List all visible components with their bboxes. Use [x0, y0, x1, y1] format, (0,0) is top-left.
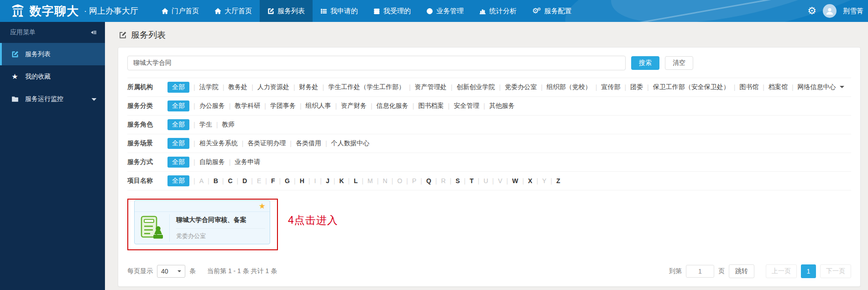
nav-item-label: 我受理的: [383, 7, 411, 16]
clear-button[interactable]: 清空: [665, 56, 693, 70]
nav-item-label: 服务配置: [544, 7, 571, 16]
filter-option[interactable]: 资产管理处: [415, 83, 447, 91]
filter-option[interactable]: 党委办公室: [505, 83, 537, 91]
filter-option[interactable]: 人力资源处: [257, 83, 289, 91]
separator: |: [294, 177, 296, 185]
gear-icon[interactable]: ⚙: [807, 6, 816, 16]
page-unit-label: 页: [718, 267, 725, 275]
filter-option[interactable]: 教师: [222, 121, 235, 129]
filter-option[interactable]: 安全管理: [454, 102, 479, 110]
filter-option: U: [483, 177, 488, 185]
filter-option[interactable]: 创新创业学院: [456, 83, 495, 91]
filter-option[interactable]: T: [470, 177, 474, 185]
nav-item-my-accepted[interactable]: 我受理的: [366, 0, 418, 22]
current-page-button[interactable]: 1: [801, 264, 816, 278]
filter-option[interactable]: 其他服务: [489, 102, 515, 110]
search-button[interactable]: 搜索: [631, 56, 659, 70]
filter-all-button[interactable]: 全部: [167, 119, 189, 130]
filter-option[interactable]: L: [354, 177, 358, 185]
filter-option[interactable]: Q: [426, 177, 431, 185]
filter-all-button[interactable]: 全部: [167, 100, 189, 111]
filter-option[interactable]: 学团事务: [270, 102, 296, 110]
separator: |: [237, 177, 239, 185]
nav-item-my-applied[interactable]: 我申请的: [313, 0, 366, 22]
filter-label: 所属机构: [127, 83, 167, 91]
filter-option[interactable]: 图书档案: [418, 102, 444, 110]
filter-all-button[interactable]: 全部: [167, 157, 189, 168]
filter-section: 所属机构全部|法学院|教务处|人力资源处|财务处|学生工作处（学生工作部）|资产…: [127, 78, 851, 190]
filter-option[interactable]: 业务申请: [235, 158, 260, 166]
sidebar-item-favorites[interactable]: ★我的收藏: [0, 65, 105, 88]
filter-option[interactable]: 教务处: [228, 83, 247, 91]
filter-option[interactable]: 教学科研: [235, 102, 260, 110]
expand-more-caret-icon[interactable]: [840, 86, 844, 90]
filter-option[interactable]: 团委: [630, 83, 643, 91]
filter-all-button[interactable]: 全部: [167, 82, 189, 93]
caret-down-icon: [178, 270, 181, 274]
filter-option[interactable]: C: [228, 177, 232, 185]
filter-option[interactable]: Z: [556, 177, 560, 185]
filter-option[interactable]: 办公服务: [199, 102, 225, 110]
per-page-select[interactable]: 40: [157, 265, 185, 278]
filter-option[interactable]: 自助服务: [199, 158, 225, 166]
vertical-divider: [169, 214, 170, 242]
collapse-sidebar-icon[interactable]: [89, 29, 97, 36]
jump-button[interactable]: 跳转: [729, 264, 754, 278]
filter-option[interactable]: G: [285, 177, 290, 185]
service-card[interactable]: ★: [134, 200, 270, 244]
main-content: 服务列表 搜索 清空 所属机构全部|法学院|教务处|人力资源处|财务处|学生工作…: [105, 22, 868, 290]
filter-option[interactable]: 法学院: [199, 83, 219, 91]
separator: |: [483, 102, 485, 110]
filter-option[interactable]: 信息化服务: [376, 102, 408, 110]
filter-option[interactable]: 各类借用: [296, 139, 321, 148]
goto-page-input[interactable]: [686, 265, 714, 278]
nav-item-business-mgmt[interactable]: 业务管理: [418, 0, 471, 22]
filter-option[interactable]: S: [455, 177, 460, 185]
nav-item-portal-home[interactable]: 门户首页: [154, 0, 207, 22]
sidebar-item-monitor[interactable]: 服务运行监控: [0, 88, 105, 110]
nav-item-service-list[interactable]: 服务列表: [260, 0, 313, 22]
nav-item-hall-home[interactable]: 大厅首页: [207, 0, 260, 22]
filter-option[interactable]: W: [512, 177, 518, 185]
filter-option[interactable]: 资产财务: [341, 102, 366, 110]
separator: |: [208, 177, 209, 185]
nav-item-service-config[interactable]: ⚙⚙服务配置: [524, 0, 579, 22]
separator: |: [451, 84, 453, 91]
filter-option[interactable]: 宣传部: [601, 83, 620, 91]
filter-option[interactable]: 保卫工作部（安全保卫处）: [653, 83, 730, 91]
filter-option[interactable]: 相关业务系统: [199, 139, 238, 148]
search-input[interactable]: [127, 56, 626, 70]
filter-option[interactable]: 组织人事: [306, 102, 331, 110]
sidebar-item-service-list[interactable]: 服务列表: [0, 43, 105, 65]
separator: |: [435, 177, 437, 185]
filter-option[interactable]: K: [339, 177, 344, 185]
sidebar-item-label: 服务运行监控: [25, 95, 63, 103]
prev-page-button[interactable]: 上一页: [766, 264, 797, 278]
result-area: ★: [127, 197, 851, 257]
filter-option[interactable]: 图书馆: [739, 83, 758, 91]
username[interactable]: 荆雪菁: [843, 7, 863, 16]
logo-subtitle: · 网上办事大厅: [84, 5, 138, 16]
user-avatar-icon[interactable]: [823, 4, 837, 18]
filter-option[interactable]: B: [214, 177, 218, 185]
filter-all-button[interactable]: 全部: [167, 138, 189, 149]
filter-option[interactable]: J: [326, 177, 329, 185]
filter-option[interactable]: X: [528, 177, 532, 185]
filter-option[interactable]: 档案馆: [769, 83, 788, 91]
filter-option[interactable]: D: [242, 177, 247, 185]
filter-option[interactable]: 个人数据中心: [331, 139, 370, 148]
app-logo[interactable]: 数字聊大 · 网上办事大厅: [10, 3, 138, 19]
filter-option[interactable]: 财务处: [299, 83, 319, 91]
filter-all-button[interactable]: 全部: [167, 175, 189, 186]
filter-option[interactable]: 学生: [199, 121, 212, 129]
nav-item-stats[interactable]: 统计分析: [471, 0, 524, 22]
next-page-button[interactable]: 下一页: [820, 264, 851, 278]
favorite-star-icon[interactable]: ★: [259, 201, 266, 211]
filter-option[interactable]: 组织部（党校）: [547, 83, 591, 91]
filter-option[interactable]: 网络信息中心: [798, 83, 836, 91]
filter-option[interactable]: 学生工作处（学生工作部）: [328, 83, 405, 91]
filter-option[interactable]: H: [300, 177, 304, 185]
separator: |: [348, 177, 350, 185]
filter-option[interactable]: F: [271, 177, 275, 185]
filter-option[interactable]: 各类证明办理: [247, 139, 286, 148]
